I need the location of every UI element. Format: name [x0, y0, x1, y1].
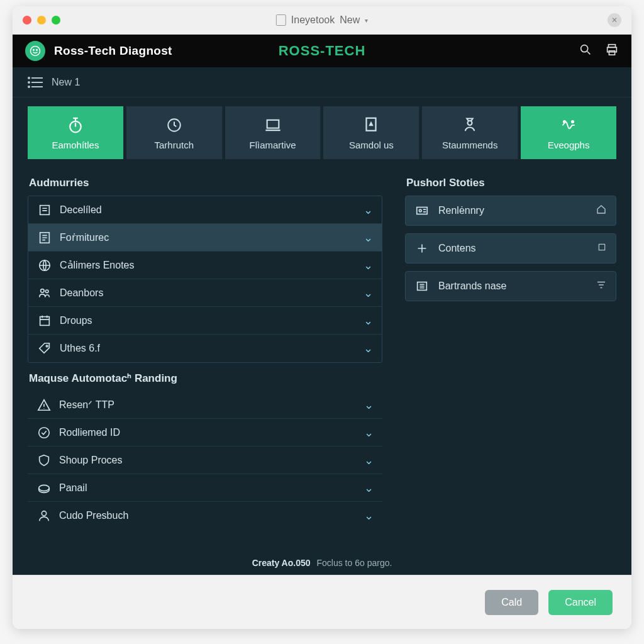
titlebar-new-label: New	[340, 14, 360, 26]
row-deanbors[interactable]: Deanbors ⌄	[28, 279, 382, 307]
row-calimers[interactable]: Cảlimers Enotes ⌄	[28, 252, 382, 279]
search-icon[interactable]	[579, 43, 592, 59]
panel-audmurries: Decelíled ⌄ Foṙmiturec ⌄ Cảlimers Enotes…	[28, 196, 382, 363]
filter-icon	[596, 279, 607, 293]
svg-rect-26	[599, 244, 604, 250]
activity-icon	[558, 116, 579, 135]
tab-staummends[interactable]: Staummends	[422, 106, 518, 159]
svg-point-11	[468, 121, 472, 125]
shield-icon	[36, 453, 52, 468]
row-droups[interactable]: Droups ⌄	[28, 307, 382, 335]
card-renlennry[interactable]: Renlėnnry	[405, 196, 616, 226]
chevron-down-icon: ⌄	[364, 398, 374, 412]
svg-rect-14	[40, 205, 50, 214]
svg-point-17	[41, 289, 45, 292]
svg-rect-6	[609, 51, 614, 55]
svg-point-23	[42, 511, 46, 516]
section-title-maquse: Maquse Automotacʰ Randing	[29, 372, 382, 385]
row-cudo[interactable]: Cudo Presbuch ⌄	[28, 502, 382, 530]
row-panail[interactable]: Panail ⌄	[28, 474, 382, 502]
header-actions	[579, 43, 619, 59]
card-contens[interactable]: Contens	[405, 233, 616, 264]
row-label: Resenᐟ TTP	[59, 399, 364, 411]
panel-maquse: Resenᐟ TTP ⌄ Rodliemed ID ⌄ Shoup Proces…	[28, 391, 382, 530]
dark-body: New 1 Eamohítles Tarhrutch Flìamartive S…	[13, 67, 631, 575]
zoom-dot[interactable]	[52, 16, 60, 25]
tab-samdol[interactable]: Samdol us	[323, 106, 419, 159]
tab-strip: Eamohítles Tarhrutch Flìamartive Samdol …	[13, 97, 631, 159]
row-resen[interactable]: Resenᐟ TTP ⌄	[28, 391, 382, 419]
print-icon[interactable]	[605, 43, 619, 59]
document-icon	[276, 14, 286, 26]
chevron-down-icon: ⌄	[364, 341, 373, 355]
row-formiturec[interactable]: Foṙmiturec ⌄	[28, 224, 382, 252]
tab-eveogphs[interactable]: Eveogphs	[521, 106, 616, 159]
card-bartrands[interactable]: Bartrands nase	[405, 271, 616, 301]
chevron-down-icon: ⌄	[364, 481, 374, 495]
cald-button[interactable]: Cald	[485, 590, 538, 615]
status-text: Foclus to 6o pargo.	[317, 558, 392, 568]
dismiss-button[interactable]: ✕	[608, 13, 621, 27]
person-icon	[36, 508, 52, 523]
clock-icon	[166, 116, 182, 135]
status-bar: Creaty Ao.050 Foclus to 6o pargo.	[13, 551, 631, 575]
stopwatch-icon	[66, 116, 85, 135]
tab-eamohitles[interactable]: Eamohítles	[28, 106, 124, 159]
id-icon	[414, 203, 430, 218]
subbar-label: New 1	[52, 77, 80, 88]
card-label: Renlėnnry	[438, 205, 596, 216]
plus-icon	[414, 241, 430, 256]
svg-point-3	[581, 45, 588, 52]
row-shoup[interactable]: Shoup Proces ⌄	[28, 447, 382, 474]
svg-point-25	[419, 209, 421, 212]
row-label: Panail	[59, 482, 364, 494]
button-bar: Cald Cancel	[13, 575, 631, 629]
check-circle-icon	[36, 425, 52, 440]
svg-point-20	[46, 345, 48, 347]
titlebar: Ineyetook New ▾ ✕	[13, 6, 631, 35]
app-header: Ross-Tech Diagnost ROSS-TECH	[13, 35, 631, 67]
app-title: Ross-Tech Diagnost	[54, 44, 172, 58]
tab-label: Eveogphs	[548, 140, 590, 150]
badge-person-icon	[461, 116, 479, 135]
row-label: Foṙmiturec	[60, 231, 364, 243]
row-label: Shoup Proces	[59, 455, 364, 466]
svg-point-1	[33, 50, 35, 51]
chevron-down-icon: ⌄	[364, 231, 373, 245]
svg-rect-19	[40, 316, 50, 325]
chevron-down-icon: ▾	[365, 17, 368, 24]
status-strong: Creaty Ao.050	[252, 558, 311, 568]
right-column: Pushorl Stoties Renlėnnry Contens Bartra…	[405, 168, 616, 551]
row-rodliemed[interactable]: Rodliemed ID ⌄	[28, 419, 382, 447]
row-label: Decelíled	[60, 204, 364, 216]
cancel-button[interactable]: Cancel	[548, 590, 613, 615]
row-uthes[interactable]: Uthes 6.f ⌄	[28, 335, 382, 362]
minimize-dot[interactable]	[37, 16, 46, 25]
chevron-down-icon: ⌄	[364, 258, 373, 272]
tab-tarhrutch[interactable]: Tarhrutch	[126, 106, 223, 159]
globe-icon	[37, 258, 52, 273]
list-icon	[414, 279, 430, 294]
disk-icon	[36, 480, 52, 496]
chevron-down-icon: ⌄	[364, 286, 373, 300]
card-label: Contens	[438, 243, 597, 254]
menu-icon[interactable]	[28, 77, 43, 88]
close-dot[interactable]	[23, 16, 31, 25]
subbar: New 1	[13, 67, 631, 97]
square-icon	[597, 242, 607, 255]
calendar-icon	[37, 313, 52, 328]
row-label: Uthes 6.f	[60, 343, 364, 354]
tag-icon	[37, 341, 52, 356]
svg-point-21	[39, 427, 50, 438]
svg-point-22	[39, 485, 50, 491]
tab-label: Staummends	[442, 140, 497, 150]
chevron-down-icon: ⌄	[364, 509, 374, 523]
tab-flamartive[interactable]: Flìamartive	[225, 106, 321, 159]
svg-point-12	[564, 120, 565, 122]
titlebar-title[interactable]: Ineyetook New ▾	[276, 14, 368, 26]
chevron-down-icon: ⌄	[364, 426, 374, 440]
svg-point-18	[45, 289, 48, 292]
row-deceliled[interactable]: Decelíled ⌄	[28, 196, 382, 224]
svg-rect-9	[267, 119, 279, 128]
people-icon	[37, 286, 52, 301]
